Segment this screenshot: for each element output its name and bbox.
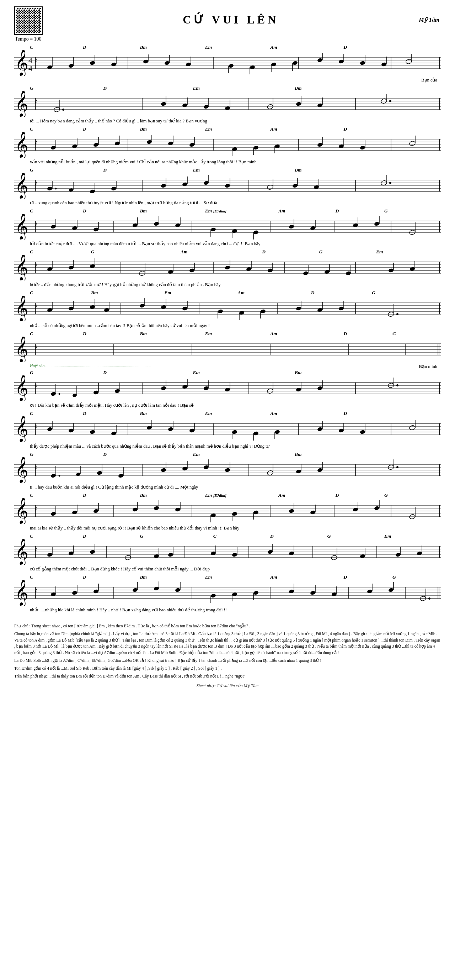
svg-point-72: [296, 102, 301, 106]
svg-point-139: [111, 186, 117, 191]
svg-text:♯: ♯: [35, 547, 38, 553]
chord-D2: D: [343, 45, 417, 50]
svg-point-497: [417, 551, 422, 555]
svg-point-439: [175, 507, 181, 512]
svg-point-276: [317, 307, 323, 312]
song-title: CỨ VUI LÊN: [43, 13, 419, 26]
svg-point-41: [360, 60, 365, 65]
svg-point-106: [232, 146, 238, 151]
svg-point-190: [289, 224, 294, 229]
svg-point-487: [267, 549, 273, 554]
svg-point-473: [68, 551, 74, 555]
svg-point-536: [331, 592, 337, 597]
section-label-1: Bạn của: [421, 77, 437, 83]
lyrics-13: cứ cố gắng thêm một chút thôi .. Bạn đừn…: [14, 566, 441, 573]
svg-point-196: [374, 221, 380, 226]
svg-point-400: [182, 466, 188, 471]
svg-point-481: [168, 552, 173, 557]
svg-point-449: [310, 510, 315, 515]
svg-point-114: [338, 144, 344, 148]
chord-row-9: G D Em Bm: [14, 369, 441, 375]
svg-text:♯: ♯: [35, 587, 38, 593]
footnote-line-5: Trên bản phối nhạc ...thì ta thấy ton Bm…: [14, 673, 441, 680]
svg-point-441: [211, 513, 216, 517]
svg-text:♯: ♯: [35, 58, 38, 64]
svg-point-233: [324, 269, 330, 274]
svg-point-447: [289, 509, 294, 513]
staff-svg-6: 𝄞 ♯: [14, 255, 441, 280]
svg-point-518: [93, 589, 99, 593]
chord-row-3: C D Bm Em Am D: [14, 126, 441, 132]
svg-point-153: [314, 185, 319, 189]
svg-text:♯: ♯: [35, 424, 38, 430]
staff-line-6: C G Am D G Em 𝄞 ♯: [14, 249, 441, 288]
svg-point-538: [367, 589, 373, 593]
svg-point-229: [267, 268, 273, 272]
svg-text:♯: ♯: [35, 140, 38, 146]
svg-point-182: [175, 223, 181, 228]
staff-line-1: C D Bm Em Am D 𝄞 4 4: [14, 44, 441, 84]
svg-point-349: [47, 427, 52, 431]
svg-point-184: [211, 227, 216, 232]
svg-text:♯: ♯: [35, 99, 38, 105]
svg-point-331: [317, 386, 323, 390]
svg-point-282: [396, 313, 398, 315]
staff-line-7: C Bm Em Am D G 𝄞 ♯: [14, 290, 441, 329]
svg-point-317: [114, 388, 120, 393]
svg-point-325: [225, 387, 230, 392]
lyrics-1: [14, 77, 441, 84]
svg-point-485: [232, 552, 238, 557]
lyrics-14: nhất .....những lúc khi là chính mình ! …: [14, 607, 441, 614]
svg-point-24: [164, 60, 170, 65]
svg-text:♯: ♯: [35, 180, 38, 186]
chord-row-14: C D Bm Em Am D G: [14, 574, 441, 580]
chord-Am: Am: [270, 45, 343, 50]
svg-point-520: [132, 587, 138, 592]
svg-point-270: [239, 310, 244, 315]
svg-point-215: [68, 265, 74, 270]
svg-point-22: [143, 59, 149, 64]
svg-point-522: [154, 586, 159, 591]
svg-point-437: [154, 506, 159, 510]
staff-line-3: C D Bm Em Am D 𝄞 ♯: [14, 126, 441, 165]
svg-point-404: [225, 468, 230, 472]
svg-point-239: [409, 267, 415, 271]
svg-point-445: [253, 510, 259, 515]
svg-point-367: [274, 430, 280, 434]
svg-point-495: [395, 552, 401, 557]
svg-point-357: [146, 425, 152, 430]
svg-point-35: [292, 60, 298, 65]
chord-row-5: C D Bm Em [E7dim] Am D G: [14, 208, 441, 214]
chord-row-4: G D Em Bm: [14, 167, 441, 173]
svg-point-433: [93, 509, 99, 513]
svg-point-516: [72, 590, 78, 595]
chord-row-6: C G Am D G Em: [14, 249, 441, 255]
staff-svg-9: 𝄞 ♯: [14, 375, 441, 401]
svg-point-258: [90, 305, 95, 309]
svg-point-335: [396, 384, 398, 387]
svg-point-402: [203, 465, 209, 469]
staff-line-12: C D Bm Em [E7dim] Am D G 𝄞 ♯: [14, 492, 441, 531]
lyrics-4: ơi .. xung quanh còn bao nhiêu thứ tuyệt…: [14, 200, 441, 207]
svg-point-174: [72, 226, 78, 230]
svg-point-528: [232, 592, 238, 597]
svg-point-37: [317, 58, 323, 62]
svg-point-254: [47, 307, 52, 312]
svg-point-141: [161, 183, 166, 188]
svg-point-394: [97, 471, 102, 475]
svg-point-74: [317, 103, 323, 107]
svg-point-112: [317, 142, 323, 147]
svg-point-149: [267, 185, 274, 190]
staff-svg-1: 𝄞 4 4: [14, 50, 441, 76]
section-label-8: Bạn mình: [419, 364, 437, 369]
svg-point-369: [317, 427, 323, 431]
lyrics-2: tôi ... Hôm nay bạn đang cảm thấy .. thế…: [14, 118, 441, 124]
svg-text:♯: ♯: [35, 262, 38, 268]
chord-row-8: C D Bm Em Am D G: [14, 331, 441, 337]
svg-point-92: [51, 145, 56, 150]
svg-point-78: [389, 100, 392, 102]
footnote-line-1: Phụ chú : Trong sheet nhạc , có ton [ tứ…: [14, 623, 441, 630]
svg-point-151: [292, 183, 298, 188]
svg-point-227: [246, 267, 252, 271]
svg-point-110: [274, 144, 280, 148]
